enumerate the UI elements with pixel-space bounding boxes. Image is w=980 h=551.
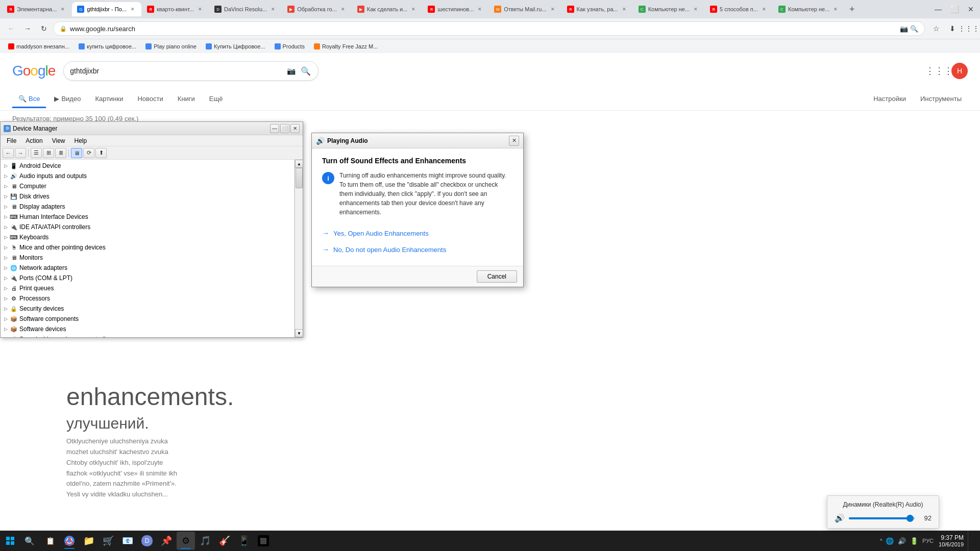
tree-item-security[interactable]: ▷ 🔒 Security devices [1, 304, 294, 314]
tab-4[interactable]: D DaVinci Resolu... ✕ [209, 2, 282, 16]
tab-10-close[interactable]: ✕ [692, 6, 699, 13]
bookmark-icon[interactable]: ☆ [929, 21, 943, 36]
ad-link-no[interactable]: → No, Do not open Audio Enhancements [322, 241, 513, 258]
expand-network[interactable]: ▷ [2, 264, 10, 272]
tab-9[interactable]: Я Как узнать, ра... ✕ [562, 2, 633, 16]
apps-grid-icon[interactable]: ⋮⋮⋮ [962, 21, 976, 36]
dm-view-icon-button[interactable]: ⊞ [43, 148, 54, 158]
dm-menu-action[interactable]: Action [21, 136, 46, 145]
tab-11-close[interactable]: ✕ [761, 6, 768, 13]
tree-item-sound[interactable]: ▼ 🔊 Sound, video and game controllers [1, 334, 294, 337]
tab-7[interactable]: Я шестипинов... ✕ [423, 2, 488, 16]
tab-settings[interactable]: Настройки [867, 91, 912, 108]
show-hidden-icons[interactable]: ^ [880, 538, 883, 544]
dm-close-button[interactable]: ✕ [290, 124, 300, 133]
expand-processors[interactable]: ▷ [2, 294, 10, 303]
tab-more[interactable]: Ещё [203, 91, 229, 108]
tree-item-network[interactable]: ▷ 🌐 Network adapters [1, 263, 294, 273]
tab-6-close[interactable]: ✕ [410, 6, 417, 13]
tab-images[interactable]: Картинки [89, 91, 129, 108]
reload-button[interactable]: ↻ [37, 21, 51, 36]
taskbar-app-app1[interactable]: 📌 [157, 532, 176, 550]
tree-item-processors[interactable]: ▷ ⚙ Processors [1, 293, 294, 304]
tab-9-close[interactable]: ✕ [621, 6, 628, 13]
dm-forward-button[interactable]: → [15, 148, 26, 158]
dm-back-button[interactable]: ← [3, 148, 14, 158]
tab-1-close[interactable]: ✕ [59, 6, 66, 13]
tree-item-display[interactable]: ▷ 🖥 Display adapters [1, 202, 294, 212]
expand-security[interactable]: ▷ [2, 305, 10, 313]
google-search-bar[interactable]: gthtdjixbr 📷 🔍 [63, 61, 318, 81]
taskbar-app-explorer[interactable]: 📁 [80, 532, 98, 550]
bookmark-6[interactable]: Royalty Free Jazz M... [310, 42, 382, 51]
tree-item-computer[interactable]: ▷ 🖥 Computer [1, 181, 294, 191]
back-button[interactable]: ← [4, 21, 18, 36]
tree-item-hid[interactable]: ▷ ⌨ Human Interface Devices [1, 212, 294, 222]
google-avatar[interactable]: H [951, 63, 968, 79]
tab-12-close[interactable]: ✕ [832, 6, 839, 13]
expand-software-comp[interactable]: ▷ [2, 315, 10, 323]
tree-item-software-components[interactable]: ▷ 📦 Software components [1, 314, 294, 324]
maximize-button[interactable]: ⬜ [947, 2, 962, 16]
tab-news[interactable]: Новости [131, 91, 169, 108]
camera-icon[interactable]: 📷 [900, 25, 908, 33]
tab-1[interactable]: Я Элементарна... ✕ [2, 2, 71, 16]
forward-button[interactable]: → [20, 21, 35, 36]
expand-display[interactable]: ▷ [2, 203, 10, 211]
tree-item-software-devices[interactable]: ▷ 📦 Software devices [1, 324, 294, 334]
tree-item-ports[interactable]: ▷ 🔌 Ports (COM & LPT) [1, 273, 294, 283]
tree-item-ide[interactable]: ▷ 🔌 IDE ATA/ATAPI controllers [1, 222, 294, 232]
taskbar-app-store[interactable]: 🛒 [99, 532, 117, 550]
tab-10[interactable]: C Компьютер не... ✕ [633, 2, 704, 16]
start-button[interactable] [0, 531, 20, 551]
expand-hid[interactable]: ▷ [2, 213, 10, 221]
taskbar-app-settings[interactable]: ⚙ [177, 532, 195, 550]
google-apps-icon[interactable]: ⋮⋮⋮ [931, 63, 947, 79]
volume-slider-track[interactable] [849, 517, 915, 519]
show-desktop-button[interactable] [968, 531, 976, 551]
dm-view-detail-button[interactable]: ≣ [55, 148, 66, 158]
dm-scroll-up[interactable]: ▲ [295, 160, 303, 168]
tree-item-mice[interactable]: ▷ 🖱 Mice and other pointing devices [1, 242, 294, 253]
bookmark-1[interactable]: maddyson внезапн... [4, 42, 74, 51]
ad-close-button[interactable]: ✕ [509, 136, 519, 146]
dm-scroll-down[interactable]: ▼ [295, 329, 303, 337]
tree-item-disk[interactable]: ▷ 💾 Disk drives [1, 191, 294, 202]
volume-slider-thumb[interactable] [906, 515, 914, 522]
google-search-button[interactable]: 🔍 [300, 65, 312, 77]
expand-computer[interactable]: ▷ [2, 182, 10, 190]
expand-android[interactable]: ▷ [2, 162, 10, 170]
tab-5[interactable]: ▶ Обработка го... ✕ [282, 2, 352, 16]
tab-2[interactable]: G gthtdjixbr - По... ✕ [72, 2, 141, 16]
taskbar-app-terminal[interactable]: ⬛ [254, 532, 273, 550]
tree-item-audio-io[interactable]: ▷ 🔊 Audio inputs and outputs [1, 171, 294, 181]
tab-8-close[interactable]: ✕ [549, 6, 556, 13]
tray-volume-icon[interactable]: 🔊 [897, 536, 907, 546]
expand-mice[interactable]: ▷ [2, 243, 10, 252]
minimize-button[interactable]: — [931, 2, 945, 16]
taskbar-search-button[interactable]: 🔍 [20, 532, 39, 550]
taskbar-clock[interactable]: 9:37 PM 10/6/2019 [937, 534, 966, 547]
tree-item-monitors[interactable]: ▷ 🖥 Monitors [1, 253, 294, 263]
expand-disk[interactable]: ▷ [2, 192, 10, 201]
dm-menu-view[interactable]: View [48, 136, 69, 145]
tab-all[interactable]: 🔍 Все [12, 91, 46, 108]
expand-print[interactable]: ▷ [2, 284, 10, 292]
tab-4-close[interactable]: ✕ [270, 6, 277, 13]
taskbar-app-phone[interactable]: 📱 [235, 532, 253, 550]
tab-5-close[interactable]: ✕ [339, 6, 347, 13]
expand-keyboards[interactable]: ▷ [2, 233, 10, 241]
expand-software-dev[interactable]: ▷ [2, 325, 10, 333]
bookmark-5[interactable]: Products [271, 42, 309, 51]
tab-6[interactable]: ▶ Как сделать и... ✕ [352, 2, 423, 16]
taskbar-app-1[interactable]: 📋 [41, 532, 59, 550]
new-tab-button[interactable]: + [845, 2, 859, 16]
tab-tools[interactable]: Инструменты [914, 91, 968, 108]
keyboard-layout[interactable]: РУС [921, 538, 935, 544]
tab-8[interactable]: M Ответы Mail.ru... ✕ [489, 2, 561, 16]
tab-7-close[interactable]: ✕ [476, 6, 483, 13]
taskbar-app-chrome[interactable] [60, 532, 79, 550]
search-icon[interactable]: 🔍 [910, 25, 918, 33]
taskbar-app-guitar[interactable]: 🎸 [215, 532, 234, 550]
expand-monitors[interactable]: ▷ [2, 254, 10, 262]
